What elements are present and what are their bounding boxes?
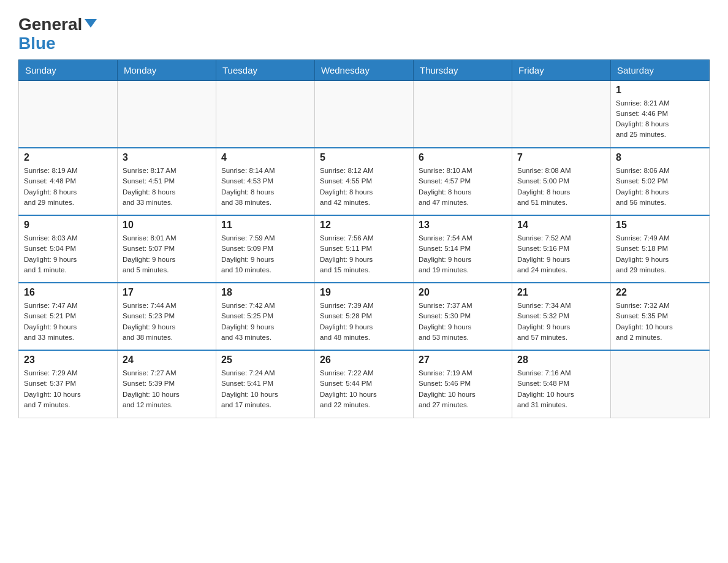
day-number: 28 xyxy=(517,354,605,366)
weekday-header-sunday: Sunday xyxy=(19,59,118,80)
day-number: 21 xyxy=(517,287,605,298)
day-info: Sunrise: 7:39 AM Sunset: 5:28 PM Dayligh… xyxy=(320,301,408,343)
calendar-cell: 8Sunrise: 8:06 AM Sunset: 5:02 PM Daylig… xyxy=(611,148,710,215)
day-number: 27 xyxy=(419,354,507,366)
day-info: Sunrise: 7:52 AM Sunset: 5:16 PM Dayligh… xyxy=(517,233,605,275)
day-number: 22 xyxy=(616,287,704,298)
calendar-cell xyxy=(611,350,710,418)
page-header: GeneralBlue xyxy=(18,12,710,53)
calendar-cell: 7Sunrise: 8:08 AM Sunset: 5:00 PM Daylig… xyxy=(512,148,611,215)
calendar-cell: 3Sunrise: 8:17 AM Sunset: 4:51 PM Daylig… xyxy=(118,148,216,215)
day-info: Sunrise: 7:27 AM Sunset: 5:39 PM Dayligh… xyxy=(123,368,211,410)
day-number: 18 xyxy=(221,287,309,298)
day-number: 13 xyxy=(419,220,507,231)
calendar-cell: 17Sunrise: 7:44 AM Sunset: 5:23 PM Dayli… xyxy=(118,283,216,350)
calendar-cell: 5Sunrise: 8:12 AM Sunset: 4:55 PM Daylig… xyxy=(315,148,414,215)
day-info: Sunrise: 8:12 AM Sunset: 4:55 PM Dayligh… xyxy=(320,166,408,208)
day-number: 7 xyxy=(517,152,605,163)
calendar-cell: 19Sunrise: 7:39 AM Sunset: 5:28 PM Dayli… xyxy=(315,283,414,350)
day-number: 5 xyxy=(320,152,408,163)
day-info: Sunrise: 7:49 AM Sunset: 5:18 PM Dayligh… xyxy=(616,233,704,275)
day-number: 2 xyxy=(24,152,112,163)
weekday-header-wednesday: Wednesday xyxy=(315,59,414,80)
calendar-table: SundayMondayTuesdayWednesdayThursdayFrid… xyxy=(18,59,710,418)
calendar-cell: 2Sunrise: 8:19 AM Sunset: 4:48 PM Daylig… xyxy=(19,148,118,215)
day-info: Sunrise: 7:29 AM Sunset: 5:37 PM Dayligh… xyxy=(24,368,112,410)
calendar-cell: 24Sunrise: 7:27 AM Sunset: 5:39 PM Dayli… xyxy=(118,350,216,418)
calendar-cell: 18Sunrise: 7:42 AM Sunset: 5:25 PM Dayli… xyxy=(216,283,315,350)
day-number: 1 xyxy=(616,85,704,96)
day-number: 4 xyxy=(221,152,309,163)
calendar-cell: 12Sunrise: 7:56 AM Sunset: 5:11 PM Dayli… xyxy=(315,215,414,283)
weekday-header-saturday: Saturday xyxy=(611,59,710,80)
calendar-cell: 13Sunrise: 7:54 AM Sunset: 5:14 PM Dayli… xyxy=(414,215,512,283)
week-row-5: 23Sunrise: 7:29 AM Sunset: 5:37 PM Dayli… xyxy=(19,350,710,418)
day-number: 3 xyxy=(123,152,211,163)
calendar-cell: 28Sunrise: 7:16 AM Sunset: 5:48 PM Dayli… xyxy=(512,350,611,418)
day-number: 8 xyxy=(616,152,704,163)
weekday-header-row: SundayMondayTuesdayWednesdayThursdayFrid… xyxy=(19,59,710,80)
logo-triangle-icon xyxy=(85,19,97,28)
day-info: Sunrise: 7:16 AM Sunset: 5:48 PM Dayligh… xyxy=(517,368,605,410)
calendar-cell xyxy=(414,80,512,148)
calendar-cell: 1Sunrise: 8:21 AM Sunset: 4:46 PM Daylig… xyxy=(611,80,710,148)
calendar-cell: 9Sunrise: 8:03 AM Sunset: 5:04 PM Daylig… xyxy=(19,215,118,283)
day-info: Sunrise: 7:37 AM Sunset: 5:30 PM Dayligh… xyxy=(419,301,507,343)
day-info: Sunrise: 7:47 AM Sunset: 5:21 PM Dayligh… xyxy=(24,301,112,343)
day-number: 6 xyxy=(419,152,507,163)
weekday-header-monday: Monday xyxy=(118,59,216,80)
calendar-cell: 25Sunrise: 7:24 AM Sunset: 5:41 PM Dayli… xyxy=(216,350,315,418)
calendar-cell xyxy=(19,80,118,148)
day-number: 14 xyxy=(517,220,605,231)
weekday-header-thursday: Thursday xyxy=(414,59,512,80)
day-info: Sunrise: 8:17 AM Sunset: 4:51 PM Dayligh… xyxy=(123,166,211,208)
calendar-cell: 27Sunrise: 7:19 AM Sunset: 5:46 PM Dayli… xyxy=(414,350,512,418)
calendar-cell xyxy=(315,80,414,148)
day-info: Sunrise: 8:19 AM Sunset: 4:48 PM Dayligh… xyxy=(24,166,112,208)
day-number: 17 xyxy=(123,287,211,298)
day-number: 24 xyxy=(123,354,211,366)
day-info: Sunrise: 8:14 AM Sunset: 4:53 PM Dayligh… xyxy=(221,166,309,208)
day-number: 11 xyxy=(221,220,309,231)
calendar-cell: 23Sunrise: 7:29 AM Sunset: 5:37 PM Dayli… xyxy=(19,350,118,418)
day-number: 19 xyxy=(320,287,408,298)
week-row-2: 2Sunrise: 8:19 AM Sunset: 4:48 PM Daylig… xyxy=(19,148,710,215)
calendar-cell: 4Sunrise: 8:14 AM Sunset: 4:53 PM Daylig… xyxy=(216,148,315,215)
day-number: 16 xyxy=(24,287,112,298)
day-info: Sunrise: 7:24 AM Sunset: 5:41 PM Dayligh… xyxy=(221,368,309,410)
day-number: 26 xyxy=(320,354,408,366)
calendar-cell: 26Sunrise: 7:22 AM Sunset: 5:44 PM Dayli… xyxy=(315,350,414,418)
calendar-cell: 10Sunrise: 8:01 AM Sunset: 5:07 PM Dayli… xyxy=(118,215,216,283)
logo-blue-text: Blue xyxy=(18,34,56,53)
day-info: Sunrise: 7:19 AM Sunset: 5:46 PM Dayligh… xyxy=(419,368,507,410)
calendar-cell: 6Sunrise: 8:10 AM Sunset: 4:57 PM Daylig… xyxy=(414,148,512,215)
weekday-header-friday: Friday xyxy=(512,59,611,80)
calendar-cell: 16Sunrise: 7:47 AM Sunset: 5:21 PM Dayli… xyxy=(19,283,118,350)
calendar-cell: 20Sunrise: 7:37 AM Sunset: 5:30 PM Dayli… xyxy=(414,283,512,350)
day-info: Sunrise: 7:54 AM Sunset: 5:14 PM Dayligh… xyxy=(419,233,507,275)
day-info: Sunrise: 7:32 AM Sunset: 5:35 PM Dayligh… xyxy=(616,301,704,343)
day-number: 15 xyxy=(616,220,704,231)
day-number: 10 xyxy=(123,220,211,231)
day-info: Sunrise: 7:59 AM Sunset: 5:09 PM Dayligh… xyxy=(221,233,309,275)
day-info: Sunrise: 8:10 AM Sunset: 4:57 PM Dayligh… xyxy=(419,166,507,208)
week-row-1: 1Sunrise: 8:21 AM Sunset: 4:46 PM Daylig… xyxy=(19,80,710,148)
day-info: Sunrise: 8:03 AM Sunset: 5:04 PM Dayligh… xyxy=(24,233,112,275)
day-info: Sunrise: 8:01 AM Sunset: 5:07 PM Dayligh… xyxy=(123,233,211,275)
calendar-cell: 15Sunrise: 7:49 AM Sunset: 5:18 PM Dayli… xyxy=(611,215,710,283)
logo: GeneralBlue xyxy=(18,12,97,53)
day-info: Sunrise: 7:22 AM Sunset: 5:44 PM Dayligh… xyxy=(320,368,408,410)
logo-text: GeneralBlue xyxy=(18,15,97,53)
day-number: 25 xyxy=(221,354,309,366)
calendar-cell xyxy=(118,80,216,148)
day-info: Sunrise: 7:34 AM Sunset: 5:32 PM Dayligh… xyxy=(517,301,605,343)
day-info: Sunrise: 7:42 AM Sunset: 5:25 PM Dayligh… xyxy=(221,301,309,343)
calendar-cell: 14Sunrise: 7:52 AM Sunset: 5:16 PM Dayli… xyxy=(512,215,611,283)
day-number: 9 xyxy=(24,220,112,231)
calendar-cell xyxy=(512,80,611,148)
calendar-cell: 22Sunrise: 7:32 AM Sunset: 5:35 PM Dayli… xyxy=(611,283,710,350)
day-number: 23 xyxy=(24,354,112,366)
weekday-header-tuesday: Tuesday xyxy=(216,59,315,80)
day-info: Sunrise: 7:44 AM Sunset: 5:23 PM Dayligh… xyxy=(123,301,211,343)
day-info: Sunrise: 8:21 AM Sunset: 4:46 PM Dayligh… xyxy=(616,98,704,140)
